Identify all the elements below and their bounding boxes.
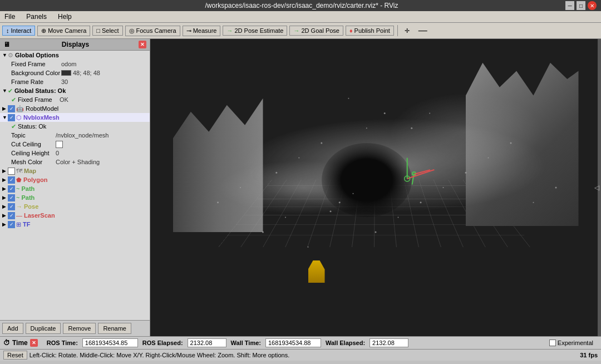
- minimize-button[interactable]: ─: [565, 1, 574, 10]
- map-checkbox[interactable]: [8, 168, 15, 175]
- global-options-arrow: ▼: [2, 52, 8, 58]
- focus-camera-icon: ◎: [129, 27, 135, 35]
- nvblox-mesh-color-value: Color + Shading: [56, 159, 100, 165]
- tf-checkbox[interactable]: [8, 221, 15, 228]
- menu-panels[interactable]: Panels: [24, 12, 49, 21]
- background-color-label: Background Color: [11, 70, 61, 76]
- path2-checkbox[interactable]: [8, 194, 15, 201]
- polygon-row[interactable]: ▶ ⬟ Polygon: [0, 175, 150, 184]
- path1-icon: ~: [16, 185, 19, 192]
- center-hole: [322, 143, 412, 218]
- path2-icon: ~: [16, 194, 19, 201]
- reset-button[interactable]: Reset: [3, 351, 27, 360]
- select-button[interactable]: □ Select: [92, 26, 122, 36]
- nvblox-cut-ceiling-row[interactable]: Cut Ceiling: [0, 140, 150, 149]
- resize-handle[interactable]: ◁: [598, 39, 601, 336]
- window-controls: ─ □ ✕: [565, 1, 597, 10]
- publish-point-icon: ♦: [349, 27, 353, 34]
- laserscan-checkbox[interactable]: [8, 212, 15, 219]
- toolbar-extra-button[interactable]: —: [415, 24, 431, 37]
- wall-time-input[interactable]: [265, 338, 321, 347]
- ros-time-input[interactable]: [82, 338, 138, 347]
- nvblox-topic-row[interactable]: Topic /nvblox_node/mesh: [0, 131, 150, 140]
- menu-bar: File Panels Help: [0, 11, 601, 23]
- nvblox-status-check: ✔: [11, 123, 16, 130]
- tf-arrow: ▶: [2, 222, 8, 227]
- path2-label: Path: [21, 194, 35, 201]
- map-icon: 🗺: [16, 168, 22, 174]
- menu-help[interactable]: Help: [56, 12, 74, 21]
- fixed-frame-row[interactable]: Fixed Frame odom: [0, 60, 150, 68]
- main-layout: 🖥 Displays ✕ ▼ ⚙ Global Options Fixed Fr…: [0, 39, 601, 336]
- resize-arrow-icon: ◁: [594, 184, 599, 191]
- cut-ceiling-checkbox[interactable]: [56, 141, 63, 148]
- laserscan-row[interactable]: ▶ — LaserScan: [0, 211, 150, 220]
- nvblox-mesh-color-row[interactable]: Mesh Color Color + Shading: [0, 158, 150, 166]
- tf-row[interactable]: ▶ ⊞ TF: [0, 220, 150, 229]
- interact-button[interactable]: ↕ Interact: [2, 26, 35, 36]
- viewport[interactable]: ◁: [150, 39, 601, 336]
- path2-row[interactable]: ▶ ~ Path: [0, 193, 150, 202]
- pose-checkbox[interactable]: [8, 203, 15, 210]
- nvbloxmesh-checkbox[interactable]: [8, 114, 15, 121]
- nvblox-mesh-color-label: Mesh Color: [11, 159, 56, 165]
- background-color-swatch: [61, 70, 71, 76]
- experimental-label: Experimental: [558, 340, 593, 346]
- path1-checkbox[interactable]: [8, 185, 15, 193]
- duplicate-button[interactable]: Duplicate: [26, 323, 61, 334]
- nvbloxmesh-row[interactable]: ▼ ⬡ NvbloxMesh: [0, 113, 150, 122]
- add-overlay-button[interactable]: ✛: [401, 26, 413, 36]
- fps-display: 31 fps: [580, 352, 598, 358]
- experimental-checkbox[interactable]: [549, 340, 556, 346]
- displays-close-button[interactable]: ✕: [139, 41, 146, 48]
- wall-elapsed-input[interactable]: [370, 338, 408, 347]
- move-camera-icon: ⊕: [41, 27, 46, 35]
- 2d-goal-pose-button[interactable]: → 2D Goal Pose: [289, 26, 343, 36]
- measure-icon: ⊸: [186, 27, 191, 35]
- time-panel-title: Time: [12, 339, 28, 347]
- measure-button[interactable]: ⊸ Measure: [183, 26, 221, 36]
- displays-panel-header: 🖥 Displays ✕: [0, 39, 150, 51]
- window-title: /workspaces/isaac-ros-dev/src/isaac_demo…: [38, 2, 565, 9]
- global-status-fixed-frame-row[interactable]: ✔ Fixed Frame OK: [0, 95, 150, 104]
- path1-row[interactable]: ▶ ~ Path: [0, 184, 150, 193]
- map-row[interactable]: ▶ 🗺 Map: [0, 166, 150, 175]
- robotmodel-checkbox[interactable]: [8, 105, 15, 112]
- menu-file[interactable]: File: [2, 12, 17, 21]
- nvblox-ceiling-height-row[interactable]: Ceiling Height 0: [0, 149, 150, 158]
- remove-button[interactable]: Remove: [63, 323, 96, 334]
- time-close-button[interactable]: ✕: [30, 339, 38, 347]
- global-options-row[interactable]: ▼ ⚙ Global Options: [0, 51, 150, 60]
- laserscan-label: LaserScan: [24, 212, 55, 219]
- tf-label: TF: [23, 221, 30, 228]
- nvblox-status-row[interactable]: ✔ Status: Ok: [0, 122, 150, 131]
- robotmodel-arrow: ▶: [2, 106, 8, 111]
- robot-icon: 🤖: [16, 105, 24, 112]
- displays-icon: 🖥: [3, 41, 10, 48]
- pose-arrow: ▶: [2, 204, 8, 209]
- add-button[interactable]: Add: [2, 323, 23, 334]
- checkmark-icon: ✔: [11, 96, 16, 104]
- global-status-row[interactable]: ▼ ✔ Global Status: Ok: [0, 86, 150, 95]
- background-color-row[interactable]: Background Color 48; 48; 48: [0, 68, 150, 77]
- move-camera-button[interactable]: ⊕ Move Camera: [37, 26, 90, 36]
- nvblox-ceiling-height-value: 0: [56, 150, 59, 156]
- laserscan-arrow: ▶: [2, 213, 8, 218]
- ros-elapsed-input[interactable]: [188, 338, 226, 347]
- pose-row[interactable]: ▶ → Pose: [0, 202, 150, 211]
- close-button[interactable]: ✕: [588, 1, 597, 10]
- frame-rate-row[interactable]: Frame Rate 30: [0, 77, 150, 86]
- focus-camera-button[interactable]: ◎ Focus Camera: [125, 26, 180, 36]
- time-fields: ROS Time: ROS Elapsed: Wall Time: Wall E…: [42, 338, 598, 347]
- robotmodel-row[interactable]: ▶ 🤖 RobotModel: [0, 104, 150, 113]
- polygon-checkbox[interactable]: [8, 176, 15, 184]
- maximize-button[interactable]: □: [577, 1, 585, 10]
- publish-point-button[interactable]: ♦ Publish Point: [346, 26, 394, 36]
- nvblox-topic-label: Topic: [11, 132, 56, 139]
- 2d-pose-estimate-button[interactable]: → 2D Pose Estimate: [223, 26, 287, 36]
- goal-pose-icon: →: [293, 27, 299, 34]
- experimental-option[interactable]: Experimental: [549, 340, 593, 346]
- fixed-frame-value: odom: [61, 61, 77, 67]
- rename-button[interactable]: Rename: [98, 323, 131, 334]
- select-icon: □: [96, 27, 100, 34]
